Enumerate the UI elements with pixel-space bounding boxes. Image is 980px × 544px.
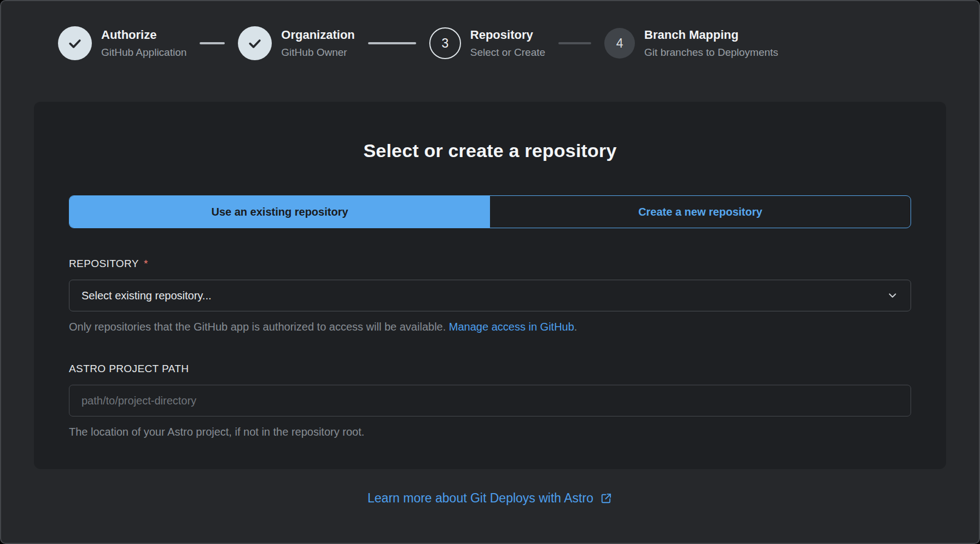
step-connector xyxy=(200,42,225,44)
repository-label-row: REPOSITORY * xyxy=(69,258,911,270)
card-title: Select or create a repository xyxy=(69,140,911,161)
repository-field: REPOSITORY * Select existing repository.… xyxy=(69,258,911,333)
footer: Learn more about Git Deploys with Astro xyxy=(1,491,979,506)
help-text-suffix: . xyxy=(574,321,578,333)
project-path-input[interactable] xyxy=(69,385,911,416)
step-complete-indicator xyxy=(58,26,92,60)
step-authorize: Authorize GitHub Application xyxy=(58,26,186,60)
repository-label: REPOSITORY xyxy=(69,258,139,270)
manage-access-link[interactable]: Manage access in GitHub xyxy=(449,321,574,333)
help-text: Only repositories that the GitHub app is… xyxy=(69,321,449,333)
step-title: Authorize xyxy=(101,28,186,42)
step-title: Repository xyxy=(470,28,545,42)
stepper: Authorize GitHub Application Organizatio… xyxy=(1,1,979,60)
step-number-indicator: 3 xyxy=(429,27,461,59)
step-text: Repository Select or Create xyxy=(470,28,545,58)
step-complete-indicator xyxy=(238,26,272,60)
chevron-down-icon xyxy=(886,290,899,302)
check-icon xyxy=(247,35,263,51)
step-organization: Organization GitHub Owner xyxy=(238,26,354,60)
step-subtitle: GitHub Owner xyxy=(281,47,354,59)
repository-help-text: Only repositories that the GitHub app is… xyxy=(69,321,911,333)
step-subtitle: GitHub Application xyxy=(101,47,186,59)
tab-new-repository[interactable]: Create a new repository xyxy=(490,196,911,228)
project-path-help-text: The location of your Astro project, if n… xyxy=(69,426,911,438)
step-branch-mapping: 4 Branch Mapping Git branches to Deploym… xyxy=(604,28,778,59)
step-text: Authorize GitHub Application xyxy=(101,28,186,58)
step-connector xyxy=(368,42,416,44)
step-number-indicator: 4 xyxy=(604,28,635,59)
learn-more-label: Learn more about Git Deploys with Astro xyxy=(368,491,593,506)
step-subtitle: Git branches to Deployments xyxy=(644,47,778,59)
repository-mode-tabs: Use an existing repository Create a new … xyxy=(69,195,911,228)
step-title: Branch Mapping xyxy=(644,28,778,42)
repository-select[interactable]: Select existing repository... xyxy=(69,280,911,311)
step-subtitle: Select or Create xyxy=(470,47,545,59)
project-path-label: ASTRO PROJECT PATH xyxy=(69,363,189,375)
tab-existing-repository[interactable]: Use an existing repository xyxy=(69,196,490,228)
project-path-label-row: ASTRO PROJECT PATH xyxy=(69,363,911,375)
required-asterisk: * xyxy=(144,258,148,270)
step-text: Organization GitHub Owner xyxy=(281,28,354,58)
step-text: Branch Mapping Git branches to Deploymen… xyxy=(644,28,778,58)
repository-card: Select or create a repository Use an exi… xyxy=(34,102,946,469)
step-title: Organization xyxy=(281,28,354,42)
project-path-field: ASTRO PROJECT PATH The location of your … xyxy=(69,363,911,438)
external-link-icon xyxy=(600,492,612,505)
wizard-screen: Authorize GitHub Application Organizatio… xyxy=(0,0,980,544)
repository-select-value: Select existing repository... xyxy=(81,290,212,302)
step-repository: 3 Repository Select or Create xyxy=(429,27,545,59)
learn-more-link[interactable]: Learn more about Git Deploys with Astro xyxy=(368,491,612,506)
check-icon xyxy=(67,35,83,51)
step-connector xyxy=(558,42,591,44)
